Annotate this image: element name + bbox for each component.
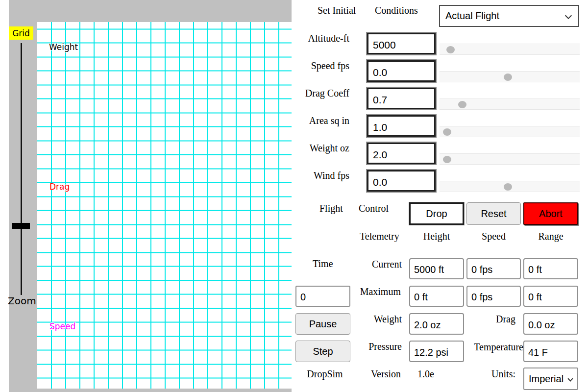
dropsim-window: Grid Zoom Weight Drag Speed Set Initial … xyxy=(0,0,588,392)
drag-coeff-slider-thumb[interactable] xyxy=(458,101,466,108)
pressure-readout-label: Pressure xyxy=(343,341,402,352)
chevron-down-icon xyxy=(565,12,572,19)
drag-coeff-input[interactable]: 0.7 xyxy=(367,88,436,109)
grid-toggle-button[interactable]: Grid xyxy=(9,26,33,40)
maximum-label: Maximum xyxy=(342,286,401,297)
altitude-label: Altitude-ft xyxy=(292,33,349,44)
drag-coeff-slider[interactable] xyxy=(440,98,580,110)
drop-button[interactable]: Drop xyxy=(409,202,464,225)
plot-grid xyxy=(37,22,292,389)
area-slider[interactable] xyxy=(440,126,580,137)
weight-oz-input[interactable]: 2.0 xyxy=(367,143,436,164)
weight-oz-slider[interactable] xyxy=(440,153,580,165)
units-label: Units: xyxy=(466,368,515,380)
flight-preset-value: Actual Flight xyxy=(445,10,499,22)
area-label: Area sq in xyxy=(292,115,349,126)
drag-coeff-label: Drag Coeff xyxy=(292,88,349,99)
speed-input[interactable]: 0.0 xyxy=(367,60,436,82)
telemetry-col-range: Range xyxy=(523,231,578,242)
maximum-range-readout: 0 ft xyxy=(523,286,578,307)
version-label: Version xyxy=(342,368,401,380)
weight-oz-slider-thumb[interactable] xyxy=(443,156,451,163)
flight-label: Flight xyxy=(319,203,343,214)
flight-preset-select[interactable]: Actual Flight xyxy=(439,5,579,27)
temperature-readout-label: Temperature xyxy=(465,342,523,353)
wind-label: Wind fps xyxy=(292,170,349,181)
altitude-slider-thumb[interactable] xyxy=(446,46,455,53)
altitude-slider[interactable] xyxy=(440,44,580,55)
weight-oz-label: Weight oz xyxy=(292,143,349,154)
abort-button[interactable]: Abort xyxy=(523,202,578,225)
current-height-readout: 5000 ft xyxy=(409,258,464,279)
altitude-input[interactable]: 5000 xyxy=(367,33,436,54)
section-title-set-initial: Set Initial xyxy=(318,5,356,16)
speed-slider-thumb[interactable] xyxy=(504,74,512,81)
series-label-weight: Weight xyxy=(49,42,78,52)
telemetry-col-speed: Speed xyxy=(466,231,521,242)
drag-readout: 0.0 oz xyxy=(523,313,578,335)
current-range-readout: 0 ft xyxy=(523,258,578,279)
reset-button[interactable]: Reset xyxy=(466,202,521,225)
chevron-down-icon xyxy=(567,376,573,381)
section-title-conditions: Conditions xyxy=(375,5,418,16)
version-value: 1.0e xyxy=(417,368,434,380)
zoom-slider-handle[interactable] xyxy=(12,223,30,229)
area-input[interactable]: 1.0 xyxy=(367,115,436,137)
area-slider-thumb[interactable] xyxy=(443,128,451,136)
series-label-drag: Drag xyxy=(49,182,70,192)
zoom-slider-label: Zoom xyxy=(8,295,36,307)
time-label: Time xyxy=(313,258,333,270)
weight-readout: 2.0 oz xyxy=(409,313,464,335)
pause-button[interactable]: Pause xyxy=(295,313,350,335)
wind-slider-thumb[interactable] xyxy=(504,183,512,191)
pressure-readout: 12.2 psi xyxy=(409,341,464,362)
speed-label: Speed fps xyxy=(292,60,349,72)
temperature-readout: 41 F xyxy=(523,341,578,362)
series-label-speed: Speed xyxy=(49,321,75,331)
zoom-slider-track[interactable] xyxy=(21,43,22,295)
telemetry-col-height: Height xyxy=(409,231,464,242)
speed-slider[interactable] xyxy=(440,71,580,82)
step-button[interactable]: Step xyxy=(295,341,350,362)
units-value: Imperial xyxy=(529,373,564,385)
wind-input[interactable]: 0.0 xyxy=(367,170,436,192)
units-select[interactable]: Imperial xyxy=(523,368,578,390)
current-label: Current xyxy=(343,259,402,270)
drag-readout-label: Drag xyxy=(457,314,515,325)
weight-readout-label: Weight xyxy=(343,314,402,325)
maximum-speed-readout: 0 fps xyxy=(466,286,521,307)
telemetry-label: Telemetry xyxy=(360,231,399,242)
maximum-height-readout: 0 ft xyxy=(409,286,464,307)
current-speed-readout: 0 fps xyxy=(466,258,521,279)
wind-slider[interactable] xyxy=(440,181,580,192)
control-label: Control xyxy=(359,203,389,214)
